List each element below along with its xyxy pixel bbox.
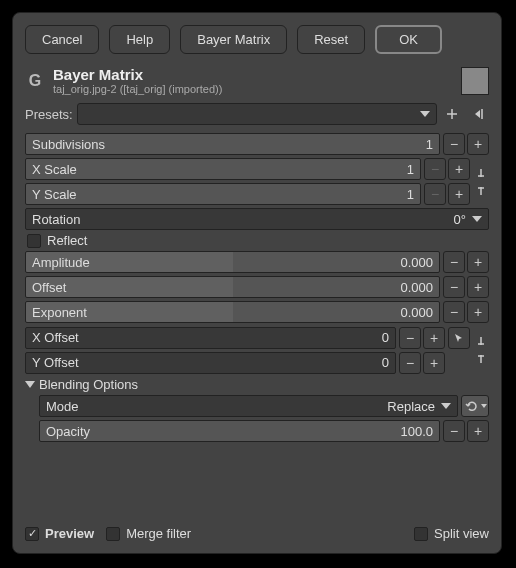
x-offset-label: X Offset — [32, 330, 79, 345]
offset-label: Offset — [32, 280, 66, 295]
presets-dropdown[interactable] — [77, 103, 437, 125]
footer: ✓ Preview Merge filter Split view — [25, 520, 489, 541]
blending-expander[interactable]: Blending Options — [25, 377, 489, 392]
chevron-down-icon — [481, 404, 487, 408]
x-scale-value: 1 — [407, 162, 414, 177]
increment-button[interactable]: + — [467, 251, 489, 273]
mode-dropdown[interactable]: Mode Replace — [39, 395, 458, 417]
gimp-icon: G — [25, 71, 45, 91]
subdivisions-slider[interactable]: Subdivisions 1 — [25, 133, 440, 155]
mode-reset-button[interactable] — [461, 395, 489, 417]
opacity-slider[interactable]: Opacity 100.0 — [39, 420, 440, 442]
filter-name-button[interactable]: Bayer Matrix — [180, 25, 287, 54]
reset-icon — [463, 399, 479, 413]
subdivisions-stepper: − + — [443, 133, 489, 155]
increment-button[interactable]: + — [467, 420, 489, 442]
split-view-label: Split view — [434, 526, 489, 541]
decrement-button[interactable]: − — [443, 251, 465, 273]
dialog-buttons: Cancel Help Bayer Matrix Reset OK — [25, 25, 489, 54]
chevron-down-icon — [25, 381, 35, 388]
y-scale-stepper: − + — [424, 183, 470, 205]
reset-button[interactable]: Reset — [297, 25, 365, 54]
pick-coords-button[interactable] — [448, 327, 470, 349]
amplitude-stepper: − + — [443, 251, 489, 273]
blending-title: Blending Options — [39, 377, 138, 392]
y-scale-value: 1 — [407, 187, 414, 202]
ok-button[interactable]: OK — [375, 25, 442, 54]
y-offset-input[interactable]: Y Offset 0 — [25, 352, 396, 374]
mode-value: Replace — [387, 399, 435, 414]
presets-label: Presets: — [25, 107, 73, 122]
decrement-button[interactable]: − — [424, 158, 446, 180]
chevron-down-icon — [420, 111, 430, 117]
x-scale-stepper: − + — [424, 158, 470, 180]
preview-label: Preview — [45, 526, 94, 541]
y-offset-stepper: − + — [399, 352, 445, 374]
increment-button[interactable]: + — [423, 327, 445, 349]
opacity-stepper: − + — [443, 420, 489, 442]
opacity-value: 100.0 — [400, 424, 433, 439]
decrement-button[interactable]: − — [443, 301, 465, 323]
exponent-label: Exponent — [32, 305, 87, 320]
amplitude-slider[interactable]: Amplitude 0.000 — [25, 251, 440, 273]
add-preset-button[interactable] — [441, 103, 463, 125]
dialog-subtitle: taj_orig.jpg-2 ([taj_orig] (imported)) — [53, 83, 453, 95]
decrement-button[interactable]: − — [443, 133, 465, 155]
rotation-dropdown[interactable]: Rotation 0° — [25, 208, 489, 230]
y-offset-value: 0 — [382, 355, 389, 370]
cursor-icon — [453, 332, 465, 344]
preview-checkbox[interactable]: ✓ — [25, 527, 39, 541]
increment-button[interactable]: + — [467, 301, 489, 323]
rotation-label: Rotation — [32, 212, 80, 227]
subdivisions-value: 1 — [426, 137, 433, 152]
mode-label: Mode — [46, 399, 79, 414]
x-offset-input[interactable]: X Offset 0 — [25, 327, 396, 349]
decrement-button[interactable]: − — [443, 420, 465, 442]
x-scale-slider[interactable]: X Scale 1 — [25, 158, 421, 180]
exponent-slider[interactable]: Exponent 0.000 — [25, 301, 440, 323]
link-offset-button[interactable] — [473, 326, 489, 374]
decrement-button[interactable]: − — [443, 276, 465, 298]
x-offset-value: 0 — [382, 330, 389, 345]
merge-filter-label: Merge filter — [126, 526, 191, 541]
offset-slider[interactable]: Offset 0.000 — [25, 276, 440, 298]
chain-unlinked-icon — [475, 167, 487, 197]
offset-value: 0.000 — [400, 280, 433, 295]
increment-button[interactable]: + — [467, 133, 489, 155]
increment-button[interactable]: + — [448, 183, 470, 205]
decrement-button[interactable]: − — [399, 352, 421, 374]
rotation-value: 0° — [454, 212, 466, 227]
amplitude-value: 0.000 — [400, 255, 433, 270]
split-view-checkbox[interactable] — [414, 527, 428, 541]
chain-unlinked-icon — [475, 335, 487, 365]
link-scale-button[interactable] — [473, 166, 489, 198]
subdivisions-label: Subdivisions — [32, 137, 105, 152]
y-scale-label: Y Scale — [32, 187, 77, 202]
chevron-down-icon — [472, 216, 482, 222]
preview-swatch[interactable] — [461, 67, 489, 95]
manage-presets-button[interactable] — [467, 103, 489, 125]
increment-button[interactable]: + — [467, 276, 489, 298]
opacity-label: Opacity — [46, 424, 90, 439]
exponent-stepper: − + — [443, 301, 489, 323]
offset-stepper: − + — [443, 276, 489, 298]
header: G Bayer Matrix taj_orig.jpg-2 ([taj_orig… — [25, 66, 489, 95]
decrement-button[interactable]: − — [424, 183, 446, 205]
y-offset-label: Y Offset — [32, 355, 79, 370]
y-scale-slider[interactable]: Y Scale 1 — [25, 183, 421, 205]
increment-button[interactable]: + — [423, 352, 445, 374]
exponent-value: 0.000 — [400, 305, 433, 320]
increment-button[interactable]: + — [448, 158, 470, 180]
x-offset-stepper: − + — [399, 327, 445, 349]
decrement-button[interactable]: − — [399, 327, 421, 349]
dialog-title: Bayer Matrix — [53, 66, 453, 83]
merge-filter-checkbox[interactable] — [106, 527, 120, 541]
amplitude-label: Amplitude — [32, 255, 90, 270]
x-scale-label: X Scale — [32, 162, 77, 177]
reflect-checkbox[interactable] — [27, 234, 41, 248]
chevron-down-icon — [441, 403, 451, 409]
menu-left-icon — [471, 107, 485, 121]
help-button[interactable]: Help — [109, 25, 170, 54]
plus-icon — [445, 107, 459, 121]
cancel-button[interactable]: Cancel — [25, 25, 99, 54]
